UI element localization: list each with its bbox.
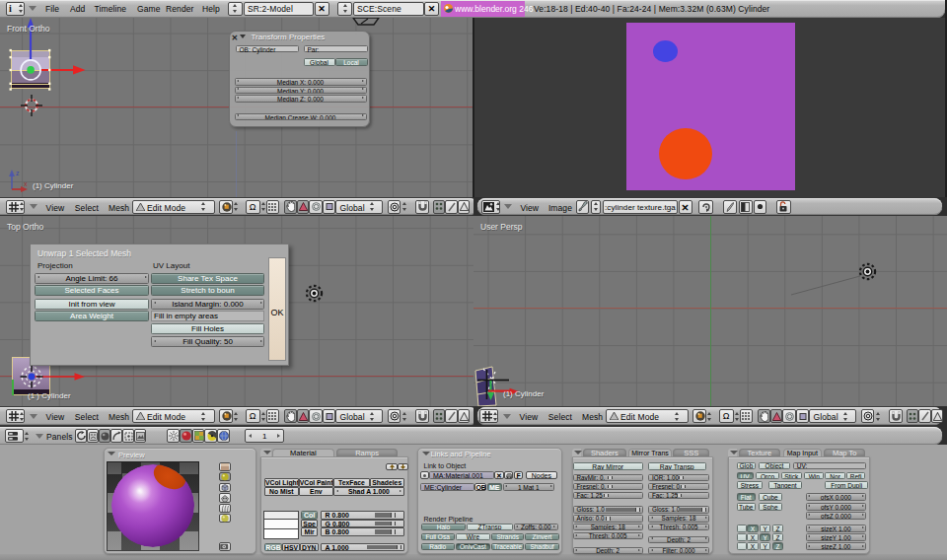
svg-text:z: z (16, 170, 20, 176)
svg-text:x: x (24, 180, 28, 187)
